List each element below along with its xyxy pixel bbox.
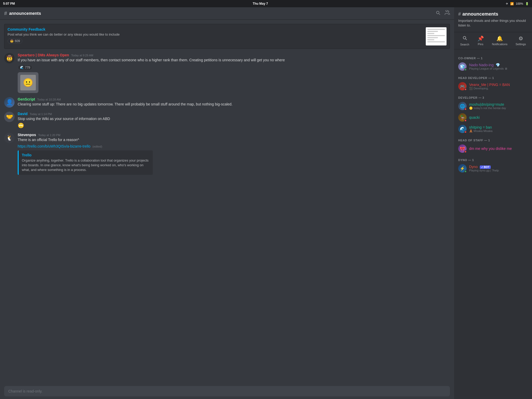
member-shitping[interactable]: 🌊 shitping = ban 🧸 Misaka Misaka	[456, 123, 530, 135]
message-text-david: Stop using the Wiki as your source of in…	[18, 116, 450, 122]
message-text-stevenpos: There is an official Trello for a reason…	[18, 137, 450, 143]
status-moshu	[464, 108, 467, 110]
member-name-shitping: shitping = ban	[469, 125, 528, 129]
member-quacki[interactable]: 🦆 quacki	[456, 112, 530, 123]
chat-input: Channel is read-only.	[4, 386, 450, 396]
status-date: Thu May 7	[253, 2, 268, 5]
avatar-shitping: 🌊	[458, 125, 467, 133]
search-label: Search	[460, 43, 469, 46]
timestamp-genscript: Today at 10:28 AM	[37, 98, 61, 101]
member-dmwhy[interactable]: 🎀 dm me why you dislike me	[456, 143, 530, 154]
message-header-speartaro: Speartaro | DMs Always Open Today at 9:2…	[18, 53, 450, 57]
search-icon[interactable]	[435, 10, 441, 17]
pinned-reaction-emoji: 🤠	[10, 39, 14, 43]
member-activity-veanx: ⬛ Developing.	[469, 87, 528, 90]
right-actions: Search 📌 Pins 🔔 Notifications ⚙ Settings	[454, 32, 532, 49]
member-info-dmwhy: dm me why you dislike me	[469, 147, 528, 151]
message-header-genscript: GenScript Today at 10:28 AM	[18, 97, 450, 101]
speartaro-reaction-badge[interactable]: 🌊 779	[18, 65, 32, 70]
chat-header: # announcements	[0, 7, 454, 20]
author-genscript: GenScript	[18, 97, 35, 101]
avatar-moshu: 🌐	[458, 102, 467, 110]
pinned-announcement-card: Community Feedback Post what you think w…	[4, 24, 450, 49]
member-activity-shitping: 🧸 Misaka Misaka	[469, 129, 528, 133]
message-content-speartaro: Speartaro | DMs Always Open Today at 9:2…	[18, 53, 450, 93]
thumb-line-5	[427, 37, 438, 38]
thumb-line-7	[427, 41, 445, 42]
airplane-icon: ✈	[506, 2, 508, 5]
member-name-moshu: moshu|dm/ping=mute	[469, 102, 528, 107]
trello-link[interactable]: https://trello.com/b/uWh3QISv/a-bizarre-…	[18, 144, 90, 148]
channel-hash-icon: #	[4, 10, 7, 16]
pinned-card-content: Community Feedback Post what you think w…	[8, 27, 423, 44]
notifications-label: Notifications	[492, 43, 508, 46]
right-panel: # announcements Important shouts and oth…	[454, 7, 532, 399]
member-dyno[interactable]: ⚡ Dyno ✓ BOT Playing dyno.gg | ?help	[456, 163, 530, 174]
status-shitping	[464, 131, 467, 133]
right-header: # announcements Important shouts and oth…	[454, 7, 532, 32]
status-veanx	[464, 88, 467, 91]
status-icons: ✈ 📶 100% 🔋	[506, 2, 529, 5]
settings-label: Settings	[516, 43, 526, 46]
timestamp-david: Today at 1:14 PM	[30, 112, 52, 116]
member-name-nado: Nado Nado-ing 💎	[469, 63, 528, 67]
channel-name: announcements	[9, 11, 41, 16]
speartaro-image: 😐	[18, 72, 38, 93]
category-dyno: DYNO — 1	[456, 156, 530, 163]
bell-icon: 🔔	[496, 35, 503, 42]
avatar-dyno: ⚡	[458, 164, 467, 172]
pin-icon: 📌	[477, 35, 484, 42]
member-name-quacki: quacki	[469, 115, 528, 119]
member-info-quacki: quacki	[469, 115, 528, 119]
message-group-david: 🤝 David Today at 1:14 PM Stop using the …	[0, 111, 454, 130]
category-coowner: CO-OWNER — 1	[456, 55, 530, 61]
battery-icon: 🔋	[525, 2, 529, 5]
trello-embed: Trello Organize anything, together. Trel…	[18, 150, 153, 175]
member-info-veanx: Veanx_Me | PING = BAN ⬛ Developing.	[469, 83, 528, 90]
member-moshu[interactable]: 🌐 moshu|dm/ping=mute 🟡 today's not the h…	[456, 100, 530, 112]
thumb-line-6	[427, 39, 434, 40]
pinned-thumbnail	[426, 27, 447, 45]
crown-icon: 💎	[496, 63, 500, 67]
message-group-genscript: 👤 GenScript Today at 10:28 AM Clearing s…	[0, 96, 454, 109]
member-name-veanx: Veanx_Me | PING = BAN	[469, 83, 528, 87]
speartaro-reaction-count: 779	[25, 66, 30, 69]
member-nado[interactable]: 🧊 Nado Nado-ing 💎 Playing League of Lege…	[456, 61, 530, 72]
right-hash-icon: #	[458, 11, 461, 17]
member-name-dyno: Dyno ✓ BOT	[469, 165, 528, 169]
svg-point-0	[463, 37, 466, 39]
message-text-speartaro: If you have an issue with any of our sta…	[18, 58, 450, 63]
avatar-genscript: 👤	[4, 97, 15, 108]
member-info-dyno: Dyno ✓ BOT Playing dyno.gg | ?help	[469, 165, 528, 172]
right-action-pins[interactable]: 📌 Pins	[477, 35, 484, 46]
right-channel-name: announcements	[462, 11, 498, 17]
status-bar: 5:07 PM Thu May 7 ✈ 📶 100% 🔋	[0, 0, 532, 7]
member-veanx[interactable]: 🎮 Veanx_Me | PING = BAN ⬛ Developing.	[456, 81, 530, 92]
member-activity-nado: Playing League of Legends 🖥	[469, 67, 528, 70]
thumb-line-1	[427, 29, 445, 30]
status-dyno	[464, 170, 467, 173]
status-nado	[464, 68, 467, 71]
stevenpos-link-area: https://trello.com/b/uWh3QISv/a-bizarre-…	[18, 144, 450, 148]
category-headdev: HEAD DEVELOPER — 1	[456, 74, 530, 81]
members-icon[interactable]	[445, 10, 450, 17]
message-group-speartaro: 🤠 Speartaro | DMs Always Open Today at 9…	[0, 52, 454, 94]
chat-header-left: # announcements	[4, 10, 41, 16]
category-headstaff: HEAD OF STAFF — 1	[456, 137, 530, 143]
timestamp-speartaro: Today at 9:29 AM	[71, 54, 93, 57]
members-list: CO-OWNER — 1 🧊 Nado Nado-ing 💎 Playing L…	[454, 49, 532, 399]
thumb-line-2	[427, 31, 438, 32]
pinned-card-title: Community Feedback	[8, 27, 423, 31]
right-action-settings[interactable]: ⚙ Settings	[516, 35, 526, 46]
battery-status: 100%	[516, 2, 523, 5]
edited-tag: (edited)	[92, 145, 102, 148]
right-action-notifications[interactable]: 🔔 Notifications	[492, 35, 508, 46]
member-activity-moshu: 🟡 today's not the hentai day	[469, 107, 528, 110]
embed-title: Trello	[22, 153, 150, 157]
pins-label: Pins	[478, 43, 483, 46]
pinned-reaction-badge[interactable]: 🤠 609	[8, 38, 22, 44]
member-info-moshu: moshu|dm/ping=mute 🟡 today's not the hen…	[469, 102, 528, 110]
thumb-line-3	[427, 33, 434, 34]
message-text-genscript: Clearing some stuff up: There are no big…	[18, 102, 450, 107]
right-action-search[interactable]: Search	[460, 35, 469, 46]
